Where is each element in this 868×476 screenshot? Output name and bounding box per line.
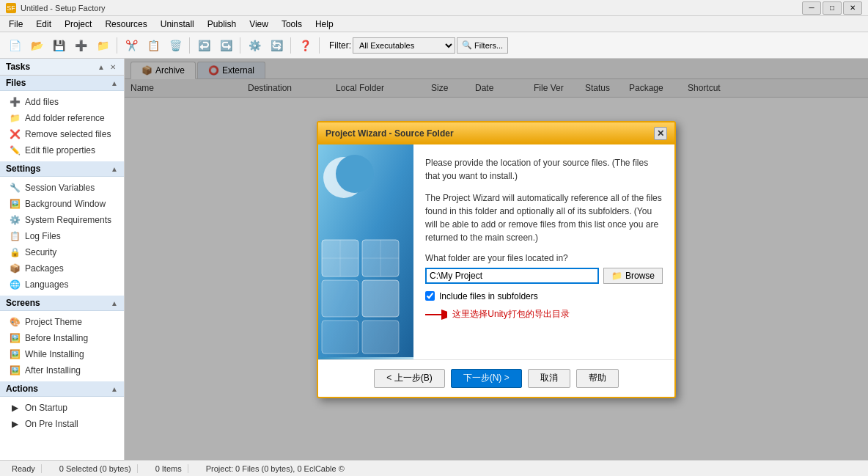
menu-tools[interactable]: Tools xyxy=(276,18,308,31)
sep2 xyxy=(189,37,190,54)
sidebar-item-packages[interactable]: 📦 Packages xyxy=(0,260,124,277)
help-button[interactable]: ❓ xyxy=(295,35,315,56)
modal-help-button[interactable]: 帮助 xyxy=(576,369,619,388)
sidebar-item-languages[interactable]: 🌐 Languages xyxy=(0,277,124,293)
sidebar-item-log-files[interactable]: 📋 Log Files xyxy=(0,228,124,244)
svg-point-2 xyxy=(336,155,374,193)
copy-button[interactable]: 📋 xyxy=(143,35,163,56)
sidebar-item-add-files[interactable]: ➕ Add files xyxy=(0,94,124,110)
on-startup-icon: ▶ xyxy=(9,402,21,414)
remove-files-icon: ❌ xyxy=(9,128,21,140)
open-button[interactable]: 📂 xyxy=(26,35,47,56)
refresh-button[interactable]: 🔄 xyxy=(266,35,287,56)
modal-hint: 这里选择Unity打包的导出目录 xyxy=(425,307,663,322)
sidebar-item-project-theme[interactable]: 🎨 Project Theme xyxy=(0,314,124,330)
folder-button[interactable]: 📁 xyxy=(92,35,113,56)
security-label: Security xyxy=(25,247,56,257)
edit-properties-label: Edit file properties xyxy=(25,145,95,155)
tasks-close-icon[interactable]: ✕ xyxy=(108,62,118,72)
next-button[interactable]: 下一步(N) > xyxy=(451,369,522,388)
filter-label: Filter: xyxy=(329,40,351,51)
section-actions[interactable]: Actions ▲ xyxy=(0,381,124,397)
menu-project[interactable]: Project xyxy=(59,18,98,31)
sep3 xyxy=(240,37,240,54)
tasks-up-icon[interactable]: ▲ xyxy=(96,62,106,72)
languages-label: Languages xyxy=(25,279,68,290)
hint-text: 这里选择Unity打包的导出目录 xyxy=(452,309,569,319)
title-bar: SF Untitled - Setup Factory ─ □ ✕ xyxy=(0,0,868,16)
sidebar-item-after-installing[interactable]: 🖼️ After Installing xyxy=(0,362,124,378)
modal-input-row: 📁 Browse xyxy=(425,268,663,284)
sidebar-item-while-installing[interactable]: 🖼️ While Installing xyxy=(0,346,124,362)
back-button[interactable]: < 上一步(B) xyxy=(374,369,444,388)
section-screens[interactable]: Screens ▲ xyxy=(0,296,124,311)
log-files-label: Log Files xyxy=(25,231,61,241)
menu-resources[interactable]: Resources xyxy=(99,18,152,31)
modal-title-bar: Project Wizard - Source Folder ✕ xyxy=(318,122,674,144)
settings-items: 🔧 Session Variables 🖼️ Background Window… xyxy=(0,177,124,296)
redo-button[interactable]: ↪️ xyxy=(216,35,236,56)
menu-view[interactable]: View xyxy=(243,18,274,31)
section-files[interactable]: Files ▲ xyxy=(0,76,124,91)
svg-rect-7 xyxy=(322,321,358,354)
undo-button[interactable]: ↩️ xyxy=(194,35,214,56)
folder-input[interactable] xyxy=(425,268,599,284)
before-installing-label: Before Installing xyxy=(25,333,88,343)
minimize-button[interactable]: ─ xyxy=(802,1,821,15)
sidebar-item-system-req[interactable]: ⚙️ System Requirements xyxy=(0,212,124,228)
project-theme-icon: 🎨 xyxy=(9,316,21,328)
modal-text-1: Please provide the location of your sour… xyxy=(425,156,663,183)
sidebar-item-on-pre-install[interactable]: ▶ On Pre Install xyxy=(0,416,124,432)
after-installing-label: After Installing xyxy=(25,365,81,376)
save-button[interactable]: 💾 xyxy=(48,35,69,56)
window-title: Untitled - Setup Factory xyxy=(21,4,106,12)
section-settings[interactable]: Settings ▲ xyxy=(0,161,124,177)
sidebar-item-background[interactable]: 🖼️ Background Window xyxy=(0,196,124,212)
tasks-header: Tasks ▲ ✕ xyxy=(0,59,124,76)
modal-content: Please provide the location of your sour… xyxy=(413,144,674,359)
sep4 xyxy=(290,37,291,54)
browse-button[interactable]: 📁 Browse xyxy=(603,268,663,284)
system-req-icon: ⚙️ xyxy=(9,214,21,226)
menu-edit[interactable]: Edit xyxy=(30,18,57,31)
menu-help[interactable]: Help xyxy=(309,18,339,31)
close-button[interactable]: ✕ xyxy=(843,1,862,15)
sidebar-item-add-folder[interactable]: 📁 Add folder reference xyxy=(0,110,124,126)
subfolders-checkbox[interactable] xyxy=(425,291,435,301)
section-settings-label: Settings xyxy=(6,164,40,174)
on-pre-install-label: On Pre Install xyxy=(25,419,78,429)
sep5 xyxy=(319,37,320,54)
system-req-label: System Requirements xyxy=(25,215,111,225)
add-button[interactable]: ➕ xyxy=(70,35,91,56)
settings-button[interactable]: ⚙️ xyxy=(244,35,265,56)
new-button[interactable]: 📄 xyxy=(4,35,25,56)
toolbar: 📄 📂 💾 ➕ 📁 ✂️ 📋 🗑️ ↩️ ↪️ ⚙️ 🔄 ❓ Filter: A… xyxy=(0,32,868,59)
remove-files-label: Remove selected files xyxy=(25,129,111,139)
menu-publish[interactable]: Publish xyxy=(202,18,242,31)
screens-items: 🎨 Project Theme 🖼️ Before Installing 🖼️ … xyxy=(0,311,124,381)
sidebar-item-before-installing[interactable]: 🖼️ Before Installing xyxy=(0,330,124,346)
modal-body: Please provide the location of your sour… xyxy=(318,144,674,359)
menu-bar: File Edit Project Resources Uninstall Pu… xyxy=(0,16,868,32)
menu-file[interactable]: File xyxy=(3,18,29,31)
cut-button[interactable]: ✂️ xyxy=(121,35,141,56)
sidebar-item-remove-files[interactable]: ❌ Remove selected files xyxy=(0,126,124,142)
sidebar-item-security[interactable]: 🔒 Security xyxy=(0,244,124,260)
title-bar-left: SF Untitled - Setup Factory xyxy=(6,3,106,13)
background-label: Background Window xyxy=(25,199,106,209)
modal-close-button[interactable]: ✕ xyxy=(654,127,667,140)
filters-button[interactable]: 🔍 Filters... xyxy=(457,37,508,54)
sidebar-item-edit-properties[interactable]: ✏️ Edit file properties xyxy=(0,142,124,158)
sidebar-item-session-vars[interactable]: 🔧 Session Variables xyxy=(0,180,124,196)
modal-question-label: What folder are your files located in? xyxy=(425,253,663,263)
edit-properties-icon: ✏️ xyxy=(9,144,21,156)
before-installing-icon: 🖼️ xyxy=(9,332,21,344)
actions-chevron-icon: ▲ xyxy=(111,385,118,393)
filter-select[interactable]: All Executables All Files xyxy=(353,37,455,54)
session-vars-icon: 🔧 xyxy=(9,182,21,194)
sidebar-item-on-startup[interactable]: ▶ On Startup xyxy=(0,400,124,416)
cancel-button[interactable]: 取消 xyxy=(528,369,570,388)
delete-button[interactable]: 🗑️ xyxy=(165,35,185,56)
menu-uninstall[interactable]: Uninstall xyxy=(155,18,200,31)
maximize-button[interactable]: □ xyxy=(823,1,842,15)
